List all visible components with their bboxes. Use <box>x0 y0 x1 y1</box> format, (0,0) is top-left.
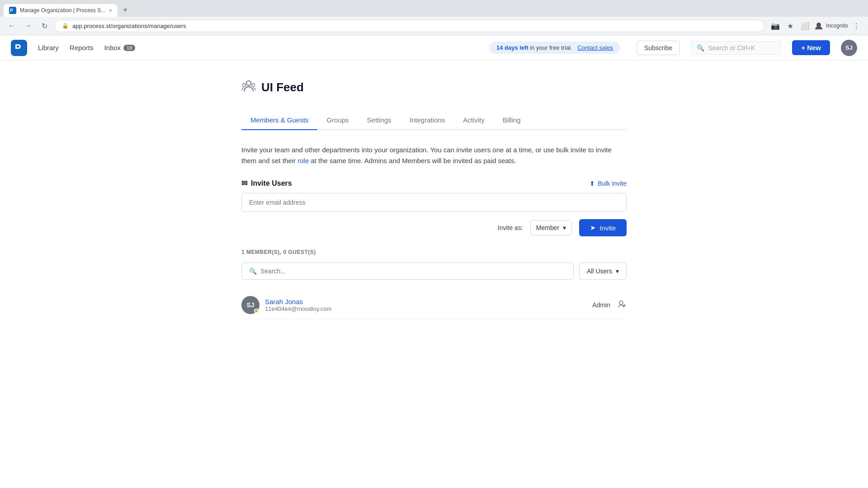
app-header: Library Reports Inbox 18 14 days left in… <box>0 35 868 61</box>
incognito-label: Incognito <box>826 23 848 29</box>
invite-header: ✉ Invite Users ⬆ Bulk invite <box>241 179 627 188</box>
add-user-icon <box>618 300 627 309</box>
filter-label: All Users <box>587 267 612 275</box>
all-users-filter[interactable]: All Users ▾ <box>579 263 627 280</box>
incognito-btn[interactable]: Incognito <box>814 21 848 30</box>
member-label: Member <box>536 224 559 231</box>
new-button[interactable]: + New <box>792 40 830 55</box>
menu-icon[interactable]: ⋮ <box>850 20 863 32</box>
org-icon <box>241 79 256 96</box>
members-count-label: 1 MEMBER(S), 0 GUEST(S) <box>241 249 627 255</box>
table-row: SJ Sarah Jonas 11e404e4@moodloy.com Admi… <box>241 291 627 320</box>
member-search-input[interactable] <box>260 267 566 275</box>
svg-point-4 <box>243 84 246 87</box>
invite-as-label: Invite as: <box>498 224 523 231</box>
invite-button-label: Invite <box>599 224 616 232</box>
url-text: app.process.st/organizations/manage/user… <box>72 23 186 29</box>
inbox-nav-link[interactable]: Inbox 18 <box>104 44 135 52</box>
back-btn[interactable]: ← <box>5 19 18 32</box>
chevron-down-icon: ▾ <box>563 224 566 231</box>
user-name[interactable]: Sarah Jonas <box>265 298 592 305</box>
inbox-badge: 18 <box>123 45 135 51</box>
organization-icon <box>241 79 256 93</box>
email-input[interactable] <box>241 193 627 212</box>
svg-point-5 <box>252 84 255 87</box>
search-icon: 🔍 <box>697 44 704 52</box>
main-content: UI Feed Members & Guests Groups Settings… <box>231 61 637 338</box>
user-email: 11e404e4@moodloy.com <box>265 305 592 312</box>
online-status-dot <box>254 309 259 313</box>
invite-title-label: Invite Users <box>251 179 292 188</box>
tab-groups[interactable]: Groups <box>317 111 358 130</box>
trial-bold-text: 14 days left <box>496 44 528 51</box>
address-bar[interactable]: 🔒 app.process.st/organizations/manage/us… <box>54 20 764 32</box>
user-avatar[interactable]: SJ <box>841 40 857 56</box>
browser-actions: 📷 ★ ⬜ Incognito ⋮ <box>768 20 863 32</box>
cast-icon[interactable]: 📷 <box>768 20 783 32</box>
contact-sales-link[interactable]: Contact sales <box>577 44 613 51</box>
user-action-icon[interactable] <box>618 300 627 311</box>
invite-title: ✉ Invite Users <box>241 179 292 188</box>
new-tab-btn[interactable]: + <box>119 4 132 17</box>
logo-icon <box>14 42 24 53</box>
member-search-icon: 🔍 <box>249 267 257 275</box>
search-filter-row: 🔍 All Users ▾ <box>241 263 627 280</box>
svg-text:P: P <box>10 8 13 13</box>
page-title: UI Feed <box>261 80 304 94</box>
upload-icon: ⬆ <box>590 180 595 187</box>
page-header: UI Feed <box>241 79 627 96</box>
filter-chevron-icon: ▾ <box>616 267 619 275</box>
tab-billing[interactable]: Billing <box>494 111 530 130</box>
svg-point-6 <box>619 301 623 305</box>
desc-part2: at the same time. Admins and Members wil… <box>309 157 516 164</box>
extensions-icon[interactable]: ⬜ <box>798 20 812 32</box>
inbox-label: Inbox <box>104 44 121 52</box>
user-role: Admin <box>592 301 610 309</box>
forward-btn[interactable]: → <box>22 19 34 32</box>
tab-activity[interactable]: Activity <box>454 111 494 130</box>
invite-footer: Invite as: Member ▾ ➤ Invite <box>241 219 627 236</box>
lock-icon: 🔒 <box>62 23 69 29</box>
main-nav: Library Reports Inbox 18 <box>38 44 135 52</box>
bulk-invite-link[interactable]: ⬆ Bulk invite <box>590 180 627 187</box>
reports-nav-link[interactable]: Reports <box>70 44 94 52</box>
description-text: Invite your team and other departments i… <box>241 145 627 166</box>
active-tab[interactable]: P Manage Organization | Process S... × <box>4 4 118 17</box>
app-logo[interactable] <box>11 40 27 56</box>
refresh-btn[interactable]: ↻ <box>38 19 51 32</box>
search-placeholder-text: Search or Ctrl+K <box>708 44 755 52</box>
user-info: Sarah Jonas 11e404e4@moodloy.com <box>265 298 592 312</box>
tabs-bar: Members & Guests Groups Settings Integra… <box>241 111 627 130</box>
tab-favicon: P <box>9 7 16 14</box>
member-search-box[interactable]: 🔍 <box>241 263 574 280</box>
library-nav-link[interactable]: Library <box>38 44 59 52</box>
incognito-icon <box>814 21 823 30</box>
svg-point-3 <box>246 81 251 85</box>
envelope-icon: ✉ <box>241 179 247 188</box>
role-link[interactable]: role <box>297 157 309 164</box>
tab-members-guests[interactable]: Members & Guests <box>241 111 317 130</box>
tab-settings[interactable]: Settings <box>358 111 401 130</box>
trial-banner: 14 days left in your free trial. Contact… <box>489 42 620 54</box>
bulk-invite-label: Bulk invite <box>598 180 627 187</box>
user-avatar-wrap: SJ <box>241 296 259 314</box>
subscribe-button[interactable]: Subscribe <box>637 41 680 55</box>
browser-chrome: P Manage Organization | Process S... × +… <box>0 0 868 35</box>
trial-text: in your free trial. <box>530 44 572 51</box>
invite-button[interactable]: ➤ Invite <box>579 219 627 236</box>
member-role-select[interactable]: Member ▾ <box>530 220 572 235</box>
tab-title: Manage Organization | Process S... <box>20 7 105 14</box>
send-icon: ➤ <box>590 224 596 232</box>
global-search-box[interactable]: 🔍 Search or Ctrl+K <box>691 41 781 55</box>
tab-close-btn[interactable]: × <box>109 8 112 13</box>
bookmark-icon[interactable]: ★ <box>784 20 796 32</box>
tab-integrations[interactable]: Integrations <box>401 111 454 130</box>
browser-tabs: P Manage Organization | Process S... × + <box>0 0 868 17</box>
browser-controls: ← → ↻ 🔒 app.process.st/organizations/man… <box>0 17 868 35</box>
